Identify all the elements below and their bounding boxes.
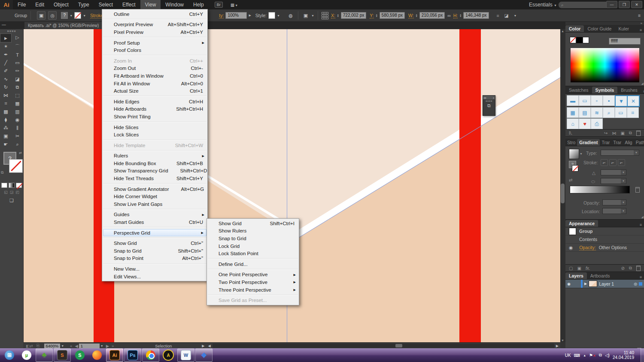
chevron-down-icon[interactable]: ▼ — [513, 14, 516, 17]
opacity-link[interactable]: ty: — [219, 13, 224, 18]
hscroll-right-icon[interactable]: ▶ — [556, 344, 559, 348]
expand-panel-icon[interactable]: ▸▸ — [484, 96, 486, 99]
zoom-level-field[interactable]: 6400% — [44, 344, 61, 348]
selection-tool-icon[interactable]: ► — [0, 33, 12, 42]
link-dimensions-icon[interactable]: ∞ — [447, 13, 451, 18]
type-tool-icon[interactable]: T — [12, 51, 23, 59]
menu-item-rulers[interactable]: Rulers▶ — [102, 152, 207, 160]
symbol-printer[interactable]: ⎙ — [591, 118, 603, 129]
tab-symbols[interactable]: Symbols — [592, 87, 618, 94]
menu-item-smart-guides[interactable]: Smart GuidesCtrl+U — [102, 218, 207, 226]
submenu-item-lock-grid[interactable]: Lock Grid — [207, 242, 299, 250]
tab-artboards[interactable]: Artboards — [587, 272, 614, 279]
scroll-up-icon[interactable]: ▲ — [561, 30, 564, 33]
submenu-item-show-rulers[interactable]: Show Rulers — [207, 227, 299, 235]
w-link[interactable]: W: — [408, 13, 414, 18]
clear-appearance-icon[interactable]: ⊘ — [621, 266, 624, 271]
volume-icon[interactable]: ◁) — [605, 353, 610, 358]
gradient-type-select[interactable]: ▼ — [601, 150, 639, 156]
h-stepper[interactable]: ▲▼ — [459, 14, 462, 17]
symbol-home[interactable]: ⌂ — [567, 118, 579, 129]
menu-item-show-print-tiling[interactable]: Show Print Tiling — [102, 113, 207, 121]
symbol-shopping-cart[interactable]: ⌗ — [627, 107, 639, 118]
symbol-calendar[interactable]: ▦ — [567, 107, 579, 118]
gradient-slider[interactable] — [570, 186, 630, 193]
perspective-grid-tool-icon[interactable]: ▦ — [12, 100, 23, 108]
submenu-item-show-grid[interactable]: Show GridShift+Ctrl+I — [207, 220, 299, 227]
submenu-item-one-point-perspective[interactable]: One Point Perspective▶ — [207, 271, 299, 279]
next-artboard-icon[interactable]: ▶ — [106, 344, 109, 348]
blob-brush-tool-icon[interactable]: ∿ — [0, 75, 12, 83]
place-symbol-icon[interactable]: ↪ — [604, 131, 608, 136]
menu-item-snap-to-grid[interactable]: Snap to GridShift+Ctrl+" — [102, 247, 207, 255]
chevron-down-icon[interactable]: ▼ — [83, 14, 86, 17]
panel-menu-icon[interactable]: ≡ — [641, 89, 644, 94]
reverse-gradient-icon[interactable]: ⇄ — [569, 177, 573, 182]
h-link[interactable]: H: — [453, 13, 458, 18]
break-link-icon[interactable]: ⋈ — [612, 131, 616, 136]
symbol-web-panel[interactable]: ▫ — [591, 95, 603, 106]
history-icons[interactable]: ◧⇄ — [26, 344, 33, 348]
mesh-tool-icon[interactable]: ⌗ — [0, 100, 12, 108]
menu-item-hide-bounding-box[interactable]: Hide Bounding BoxShift+Ctrl+B — [102, 160, 207, 167]
menu-file[interactable]: File — [13, 0, 30, 9]
tab-transparency[interactable]: Trar — [600, 139, 611, 146]
isolate-object-button[interactable]: ▣ — [37, 11, 46, 20]
free-transform-tool-icon[interactable]: ⧉ — [12, 83, 23, 91]
y-field[interactable]: 580,598 px — [380, 12, 405, 19]
zoom-tool-icon[interactable]: ⌕ — [12, 140, 23, 148]
expand-layer-icon[interactable]: ▶ — [584, 282, 587, 286]
stroke-along-icon[interactable]: ⌐ — [609, 159, 617, 166]
none-mode-button[interactable] — [16, 183, 22, 188]
gradient-stroke-box[interactable] — [572, 165, 578, 172]
slice-tool-icon[interactable]: ✂ — [12, 132, 23, 140]
tab-appearance[interactable]: Appearance — [565, 220, 598, 227]
export-icon[interactable]: ⎘ — [36, 343, 40, 348]
search-input[interactable]: ⌕ — [558, 1, 612, 9]
status-expand-icon[interactable]: ▶ — [202, 344, 204, 348]
taskbar-word[interactable]: W — [177, 348, 194, 362]
default-fill-stroke-icon[interactable]: ⧉ — [1, 170, 3, 175]
tab-color-guide[interactable]: Color Guide — [584, 25, 615, 32]
width-tool-icon[interactable]: ⋈ — [0, 91, 12, 100]
layer-row[interactable]: ◉ ▶ Layer 1 ◎ — [565, 280, 644, 288]
arrange-documents-button[interactable]: ▦▼ — [231, 3, 238, 7]
transform-button[interactable]: ⌗ — [497, 13, 499, 18]
toolbar-collapse-icon[interactable]: ┉┉ — [2, 23, 6, 27]
tab-brushes[interactable]: Brushes — [617, 87, 641, 94]
toolbar-grip[interactable]: ■■■■ — [0, 29, 23, 33]
last-artboard-icon[interactable]: » — [112, 344, 114, 348]
menu-item-new-view[interactable]: New View... — [102, 265, 207, 273]
x-stepper[interactable]: ▲▼ — [337, 14, 339, 17]
gradient-thumbnail[interactable] — [569, 149, 579, 159]
layer-name[interactable]: Layer 1 — [599, 281, 614, 287]
hex-value-field[interactable]: ffffff — [609, 38, 641, 45]
delete-item-icon[interactable] — [636, 265, 641, 271]
gradient-location-select[interactable]: ▼ — [602, 208, 626, 214]
keyboard-icon[interactable]: ⌨ — [574, 353, 580, 358]
new-stroke-icon[interactable]: ▢ — [569, 266, 573, 271]
symbol-dropdown-button[interactable]: ▼ — [615, 95, 628, 107]
new-symbol-icon[interactable]: ⧉ — [629, 130, 632, 136]
menu-select[interactable]: Select — [94, 0, 118, 9]
show-desktop-button[interactable] — [641, 348, 644, 362]
horizontal-scroll-thumb[interactable] — [395, 344, 402, 347]
appearance-row-contents[interactable]: Contents — [565, 235, 644, 244]
chevron-down-icon[interactable]: ▼ — [70, 14, 73, 17]
black-swatch[interactable] — [576, 37, 583, 43]
tab-gradient[interactable]: Gradient — [577, 139, 600, 146]
menu-item-hide-edges[interactable]: Hide EdgesCtrl+H — [102, 98, 207, 106]
eraser-tool-icon[interactable]: ◪ — [12, 75, 23, 83]
symbol-credit-card[interactable]: ▭ — [615, 107, 627, 118]
gradient-opacity-select[interactable]: ▼ — [602, 199, 626, 205]
menu-item-outline[interactable]: OutlineCtrl+Y — [102, 10, 207, 18]
menu-help[interactable]: Help — [188, 0, 209, 9]
color-spectrum[interactable] — [571, 48, 639, 82]
artboard-tool-icon[interactable]: ▣ — [0, 132, 12, 140]
tab-layers[interactable]: Layers — [565, 272, 587, 279]
symbol-search[interactable]: ⌕ — [603, 107, 615, 118]
paintbrush-tool-icon[interactable]: ✐ — [0, 67, 12, 75]
symbol-web-button-bar[interactable]: ▬ — [567, 95, 579, 106]
hscroll-left-icon[interactable]: ◀ — [208, 344, 210, 348]
clock[interactable]: 11:40 24.04.2019 — [613, 350, 634, 360]
